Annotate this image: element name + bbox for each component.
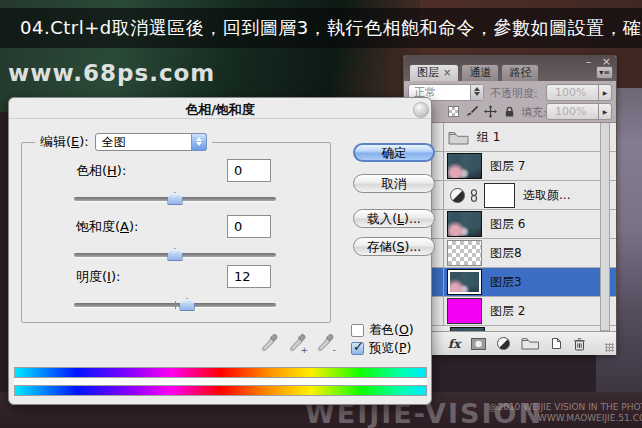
dialog-title: 色相/饱和度 [9,98,431,119]
copyright-line1: @2010 WEIJIE VISION IN THE PHOT [461,402,642,413]
layers-panel-header: – × 图层× 通道 路径 ▾≡ [404,56,616,81]
lock-position-icon[interactable] [484,105,497,118]
layer-thumbnail-transparent [447,240,482,266]
lightness-slider[interactable] [74,298,276,312]
colorize-checkbox[interactable] [351,324,364,337]
edit-label: 编辑(E): [40,133,89,151]
layer-list: 组 1 图层 7 选取颜... 图层 6 [404,123,616,331]
dropdown-stepper-icon[interactable] [191,133,207,151]
layer-row-selective-color[interactable]: 选取颜... [404,181,616,210]
panel-toolbar: fx [404,331,616,355]
layer-name: 图层 2 [490,303,525,320]
load-button[interactable]: 载入(L)... [353,209,435,228]
copyright-watermark: @2010 WEIJIE VISION IN THE PHOT WWW.MAOW… [461,402,642,424]
fill-arrow-icon[interactable]: ▶ [598,104,611,119]
slider-center-tick [175,301,176,309]
eyedropper-icon[interactable] [262,333,279,354]
minimize-icon[interactable]: – [586,55,592,68]
lock-all-icon[interactable] [503,105,516,118]
delete-layer-icon[interactable] [573,337,586,351]
layer-name: 组 1 [477,129,500,146]
layer-list-scrollbar[interactable] [600,123,610,331]
tab-layers-label: 图层 [417,66,439,79]
colorize-label: 着色(O) [369,322,414,339]
adjustment-layer-icon [450,188,465,203]
saturation-input[interactable] [227,215,271,238]
layer-name: 图层3 [490,274,522,291]
hue-spectrum [14,367,427,396]
opacity-arrow-icon[interactable]: ▶ [598,85,611,100]
preview-label: 预览(P) [369,340,411,357]
tab-paths[interactable]: 路径 [501,64,539,81]
saturation-slider[interactable] [74,248,276,262]
ok-button[interactable]: 确定 [353,143,435,162]
lock-buttons [448,104,516,119]
tab-channels-label: 通道 [469,66,491,79]
hue-spectrum-bar-top [14,367,427,378]
tab-channels[interactable]: 通道 [461,64,499,81]
preview-checkbox[interactable] [351,342,364,355]
opacity-field[interactable]: 100% ▶ [546,84,612,101]
layer-name: 选取颜... [523,187,570,204]
cancel-button[interactable]: 取消 [353,174,435,193]
add-layer-mask-icon[interactable] [471,338,486,350]
saturation-label: 饱和度(A): [76,218,138,236]
new-layer-icon[interactable] [550,337,562,350]
layer-name: 图层8 [490,245,522,262]
lightness-label: 明度(I): [76,268,120,286]
preview-checkbox-row: 预览(P) [351,340,411,357]
edit-row: 编辑(E): 全图 [35,133,212,151]
new-group-icon[interactable] [521,337,539,350]
panel-menu-icon[interactable]: ▾≡ [596,66,613,79]
hue-saturation-dialog: 色相/饱和度 编辑(E): 全图 色相(H): 饱和度(A): 明度(I): [8,97,432,405]
hue-slider-thumb[interactable] [167,192,183,205]
layer-style-fx-icon[interactable]: fx [448,337,460,351]
layer-row-layer7[interactable]: 图层 7 [404,152,616,181]
panel-controls: 正常 不透明度: 100% ▶ [404,81,616,123]
layers-panel: – × 图层× 通道 路径 ▾≡ 正常 不透明度: [403,55,617,355]
new-adjustment-layer-icon[interactable] [497,337,510,350]
blend-stepper-icon[interactable] [470,85,483,100]
tutorial-banner: 04.Ctrl+d取消選區後，回到圖層3，執行色相飽和命令，參數如圖設置，確定。 [0,8,642,48]
edit-dropdown[interactable]: 全图 [95,133,207,151]
eyedropper-minus-icon[interactable]: - [318,333,335,354]
hue-slider[interactable] [74,192,276,206]
eyedropper-group: + - [262,333,335,354]
panel-resize-grip[interactable] [605,343,614,352]
save-button[interactable]: 存储(S)... [353,237,435,256]
layer-thumbnail [447,153,482,179]
edit-groupbox [21,142,331,323]
colorize-checkbox-row: 着色(O) [351,322,414,339]
site-watermark: www.68ps.com [8,60,215,86]
eyedropper-plus-icon[interactable]: + [290,333,307,354]
opacity-value: 100% [555,86,586,99]
lightness-input[interactable] [227,265,271,288]
layer-row-layer8[interactable]: 图层8 [404,239,616,268]
layer-name: 图层 7 [490,158,525,175]
hue-spectrum-bar-bottom [14,385,427,396]
hue-label: 色相(H): [76,162,126,180]
mask-link-icon [470,189,478,202]
tab-layers[interactable]: 图层× [409,64,459,81]
tab-close-icon[interactable]: × [443,67,451,78]
panel-tabs: 图层× 通道 路径 [409,64,539,81]
saturation-slider-thumb[interactable] [167,248,183,261]
layer-name: 图层 6 [490,216,525,233]
fill-field[interactable]: 100% ▶ [546,103,612,120]
layer-row-layer6[interactable]: 图层 6 [404,210,616,239]
layer-row-layer2[interactable]: 图层 2 [404,297,616,326]
fill-value: 100% [555,105,586,118]
lock-transparent-pixels-icon[interactable] [448,106,459,117]
layer-thumbnail [447,211,482,237]
hue-spectrum-gap [14,378,427,385]
hue-input[interactable] [227,159,271,182]
layer-thumbnail-magenta [447,298,482,324]
layer-row-group1[interactable]: 组 1 [404,123,616,152]
opacity-label: 不透明度: [490,86,538,101]
layer-thumbnail [447,269,482,295]
tab-paths-label: 路径 [509,66,531,79]
lightness-slider-thumb[interactable] [179,298,195,311]
copyright-line2: WWW.MAOWEIJIE.51.CO [461,413,642,424]
lock-image-pixels-icon[interactable] [465,105,478,118]
layer-row-layer3-selected[interactable]: 图层3 [404,268,616,297]
